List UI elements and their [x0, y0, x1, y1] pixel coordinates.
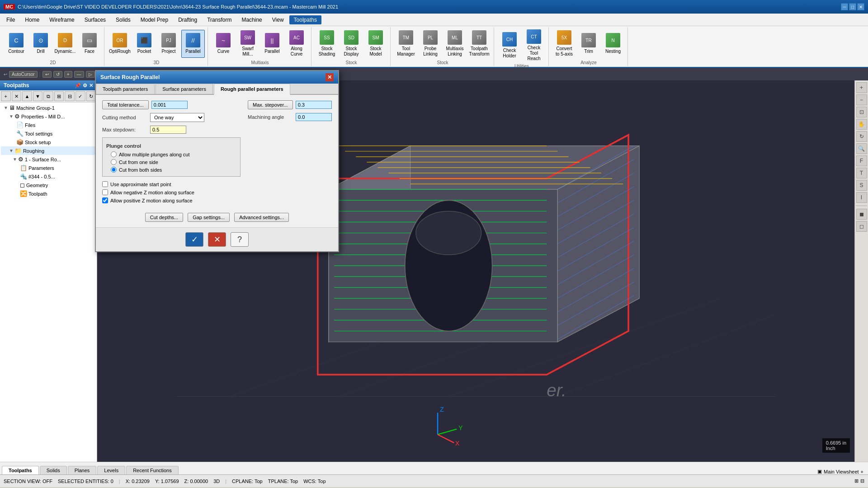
ribbon-btn-parallel[interactable]: // Parallel: [181, 30, 205, 58]
rt-btn-zoom-fit[interactable]: ⊡: [856, 107, 867, 117]
ribbon-btn-check-holder[interactable]: CH Check Holder: [498, 31, 521, 60]
ribbon-btn-curve[interactable]: ~ Curve: [212, 30, 235, 58]
bottom-tab-recent[interactable]: Recent Functions: [126, 466, 179, 474]
vt-btn-4[interactable]: —: [74, 71, 84, 78]
plunge-one-side-radio[interactable]: [111, 159, 117, 165]
menu-modelprep[interactable]: Model Prep: [136, 15, 173, 24]
dialog-cancel-button[interactable]: ✕: [208, 232, 226, 247]
rt-btn-top[interactable]: T: [856, 168, 867, 178]
dialog-close-button[interactable]: ✕: [326, 73, 334, 81]
menu-drafting[interactable]: Drafting: [174, 15, 202, 24]
tree-item-tool[interactable]: 🔩 #344 - 0.5...: [1, 172, 96, 181]
menu-file[interactable]: File: [2, 15, 19, 24]
plunge-both-radio[interactable]: [111, 167, 117, 173]
ribbon-btn-multiaxis-linking[interactable]: ML Multiaxis Linking: [443, 29, 467, 58]
ribbon-btn-nesting[interactable]: N Nesting: [601, 30, 625, 58]
ribbon-btn-project[interactable]: PJ Project: [157, 30, 180, 58]
max-stepdown-input[interactable]: [150, 126, 186, 134]
panel-arrow-up-btn[interactable]: ▲: [22, 91, 32, 101]
tree-item-machine-group[interactable]: ▼ 🖥 Machine Group-1: [1, 103, 96, 112]
status-icon-2[interactable]: ⊟: [860, 478, 864, 484]
dialog-tab-surface-params[interactable]: Surface parameters: [156, 84, 213, 94]
maximize-button[interactable]: □: [849, 3, 856, 10]
rt-btn-front[interactable]: F: [856, 155, 867, 166]
ribbon-btn-optirough[interactable]: OR OptiRough: [108, 30, 132, 58]
status-icon-1[interactable]: ⊞: [854, 478, 859, 484]
ribbon-btn-dynamic[interactable]: D Dynamic...: [53, 30, 77, 58]
ribbon-btn-convert-5axis[interactable]: 5X Convert to 5-axis: [552, 29, 576, 58]
tree-item-files[interactable]: 📄 Files: [1, 121, 96, 129]
vt-btn-5[interactable]: ▷: [86, 71, 95, 78]
tree-item-tool-settings[interactable]: 🔧 Tool settings: [1, 129, 96, 138]
rt-btn-zoom-out[interactable]: −: [856, 94, 867, 105]
vt-autocursor[interactable]: AutoCursor: [9, 71, 38, 78]
gap-settings-button[interactable]: Gap settings...: [188, 213, 230, 222]
ribbon-btn-stock-display[interactable]: SD Stock Display: [340, 29, 363, 58]
vt-btn-2[interactable]: ↺: [53, 71, 62, 78]
dialog-help-button[interactable]: ?: [231, 232, 249, 247]
ribbon-btn-tool-manager[interactable]: TM Tool Manager: [394, 29, 418, 58]
ribbon-btn-swarf[interactable]: SW Swarf Mill...: [236, 29, 259, 58]
rt-btn-rotate[interactable]: ↻: [856, 131, 867, 142]
rt-btn-zoom-select[interactable]: 🔍: [856, 143, 867, 154]
ribbon-btn-probe[interactable]: PL Probe Linking: [419, 29, 442, 58]
panel-regen-btn[interactable]: ↻: [86, 91, 96, 101]
tree-item-surface-rough[interactable]: ▼ ⚙ 1 - Surface Ro...: [1, 155, 96, 164]
cut-depths-button[interactable]: Cut depths...: [145, 213, 183, 222]
tree-item-geometry[interactable]: ◻ Geometry: [1, 181, 96, 189]
machining-angle-input[interactable]: [296, 113, 332, 121]
panel-collapse-btn[interactable]: ⊟: [65, 91, 75, 101]
bottom-tab-levels[interactable]: Levels: [97, 466, 125, 474]
viewsheet-add-icon[interactable]: +: [861, 469, 863, 474]
tree-item-params[interactable]: 📋 Parameters: [1, 164, 96, 172]
panel-pin-icon[interactable]: 📌: [75, 83, 81, 89]
total-tolerance-button[interactable]: Total tolerance...: [102, 100, 149, 109]
bottom-tab-toolpaths[interactable]: Toolpaths: [2, 466, 39, 474]
rt-btn-zoom-in[interactable]: +: [856, 82, 867, 93]
total-tolerance-input[interactable]: [151, 101, 188, 109]
ribbon-btn-toolpath-transform[interactable]: TT Toolpath Transform: [467, 29, 491, 58]
menu-transform[interactable]: Transform: [203, 15, 236, 24]
pos-z-checkbox[interactable]: [102, 197, 108, 203]
ribbon-btn-check-tool[interactable]: CT Check Tool Reach: [522, 28, 546, 63]
menu-toolpaths[interactable]: Toolpaths: [289, 15, 321, 24]
menu-solids[interactable]: Solids: [111, 15, 135, 24]
ribbon-btn-stock-shading[interactable]: SS Stock Shading: [315, 29, 339, 58]
menu-surfaces[interactable]: Surfaces: [80, 15, 110, 24]
menu-home[interactable]: Home: [20, 15, 44, 24]
rt-btn-side[interactable]: S: [856, 180, 867, 191]
menu-wireframe[interactable]: Wireframe: [45, 15, 79, 24]
ribbon-btn-pocket[interactable]: ⬛ Pocket: [132, 30, 156, 58]
vt-btn-1[interactable]: ↩: [42, 71, 52, 78]
max-stepover-input[interactable]: [296, 101, 332, 109]
rt-btn-wireframe[interactable]: ◻: [856, 221, 867, 232]
plunge-multiple-radio[interactable]: [111, 151, 117, 157]
menu-view[interactable]: View: [268, 15, 288, 24]
ribbon-btn-drill[interactable]: ⊙ Drill: [29, 30, 52, 58]
ribbon-btn-stock-model[interactable]: SM Stock Model: [364, 29, 387, 58]
tree-item-roughing[interactable]: ▼ 📁 Roughing: [1, 146, 96, 155]
panel-settings-icon[interactable]: ⚙: [83, 83, 87, 89]
dialog-ok-button[interactable]: ✓: [185, 232, 203, 247]
vt-btn-3[interactable]: +: [64, 71, 72, 78]
rt-btn-isometric[interactable]: I: [856, 192, 867, 203]
panel-close-icon[interactable]: ✕: [89, 83, 93, 89]
panel-add-btn[interactable]: +: [1, 91, 11, 101]
ribbon-btn-along-curve[interactable]: AC Along Curve: [285, 29, 308, 58]
panel-copy-btn[interactable]: ⧉: [43, 91, 53, 101]
tree-item-toolpath[interactable]: 🔀 Toolpath: [1, 189, 96, 198]
dialog-tab-rough-parallel[interactable]: Rough parallel parameters: [214, 84, 290, 95]
tree-item-properties[interactable]: ▼ ⚙ Properties - Mill D...: [1, 112, 96, 121]
rt-btn-pan[interactable]: ✋: [856, 119, 867, 130]
panel-delete-btn[interactable]: ✕: [12, 91, 22, 101]
cutting-method-select[interactable]: One way Zigzag: [150, 113, 204, 122]
bottom-tab-planes[interactable]: Planes: [68, 466, 97, 474]
panel-arrow-down-btn[interactable]: ▼: [33, 91, 43, 101]
panel-expand-btn[interactable]: ⊞: [54, 91, 64, 101]
rt-btn-shading[interactable]: ◼: [856, 209, 867, 220]
max-stepover-button[interactable]: Max. stepover...: [248, 100, 293, 109]
minimize-button[interactable]: ─: [841, 3, 848, 10]
dialog-tab-toolpath-params[interactable]: Toolpath parameters: [96, 84, 155, 94]
menu-machine[interactable]: Machine: [237, 15, 266, 24]
approx-start-checkbox[interactable]: [102, 181, 108, 187]
